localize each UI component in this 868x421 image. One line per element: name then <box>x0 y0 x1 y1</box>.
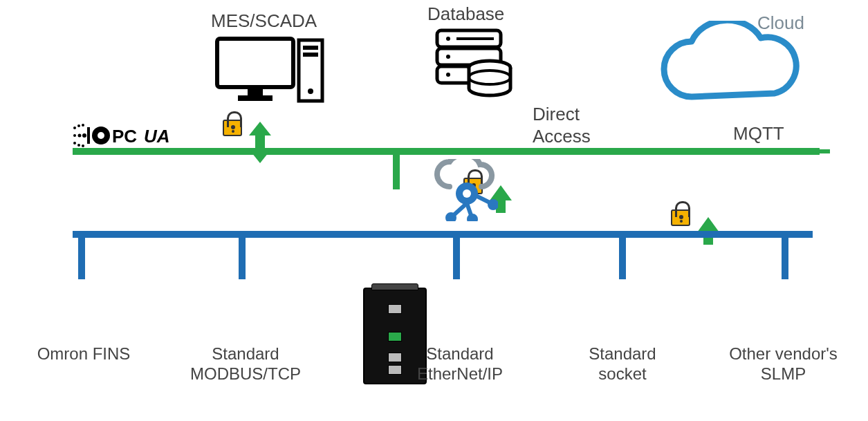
svg-rect-19 <box>303 53 318 57</box>
svg-point-24 <box>446 37 450 41</box>
blue-drop <box>619 238 626 279</box>
svg-line-32 <box>453 203 467 216</box>
lock-icon <box>223 120 242 136</box>
plc1-label: Omron FINS <box>25 344 142 364</box>
direct-access-l2: Access <box>533 126 591 147</box>
svg-point-0 <box>73 127 76 129</box>
svg-point-33 <box>447 214 454 221</box>
svg-point-4 <box>78 134 82 138</box>
svg-point-25 <box>446 55 450 59</box>
svg-rect-15 <box>248 88 263 95</box>
svg-text:UA: UA <box>144 126 170 147</box>
bidirectional-arrow-icon <box>249 122 271 163</box>
iot-icon <box>429 159 498 224</box>
plc4-l2: socket <box>598 364 646 383</box>
svg-point-3 <box>73 134 76 137</box>
plc2-l2: MODBUS/TCP <box>190 364 301 383</box>
plc5-l2: SLMP <box>761 364 806 383</box>
mqtt-label: MQTT <box>733 123 784 144</box>
svg-point-20 <box>308 88 313 94</box>
plc3-l2: EtherNet/IP <box>417 364 503 383</box>
svg-rect-18 <box>303 46 318 50</box>
direct-access-l1: Direct <box>533 104 580 125</box>
svg-point-26 <box>446 73 450 77</box>
svg-text:PC: PC <box>112 126 137 147</box>
blue-drop <box>78 238 85 279</box>
mes-scada-label: MES/SCADA <box>211 10 317 32</box>
up-arrow-icon <box>697 217 719 232</box>
green-drop-to-gateway <box>393 148 400 189</box>
svg-point-2 <box>82 124 84 127</box>
blue-drop <box>239 238 246 279</box>
plc4-l1: Standard <box>589 344 656 363</box>
svg-point-6 <box>73 142 76 144</box>
plc5-l1: Other vendor's <box>729 344 838 363</box>
opc-ua-logo: PC UA <box>69 122 225 149</box>
svg-rect-16 <box>238 95 273 101</box>
svg-point-31 <box>463 189 471 198</box>
plc5-label: Other vendor's SLMP <box>705 344 861 384</box>
svg-rect-9 <box>87 127 90 144</box>
svg-point-8 <box>82 144 84 147</box>
svg-rect-14 <box>217 39 293 87</box>
database-label: Database <box>427 3 504 25</box>
blue-drop <box>782 238 788 279</box>
mes-scada-icon <box>214 36 325 108</box>
svg-point-35 <box>469 216 476 221</box>
plc2-l1: Standard <box>212 344 279 363</box>
svg-point-37 <box>490 201 497 208</box>
svg-point-5 <box>82 133 86 138</box>
plc4-label: Standard socket <box>560 344 685 384</box>
blue-bus <box>73 231 813 238</box>
lock-icon <box>671 209 690 226</box>
svg-point-1 <box>77 124 80 127</box>
plc3-l1: Standard <box>426 344 493 363</box>
cloud-icon <box>650 21 809 113</box>
plc3-label: Standard EtherNet/IP <box>387 344 533 384</box>
svg-point-7 <box>77 144 80 147</box>
plc2-label: Standard MODBUS/TCP <box>173 344 318 384</box>
blue-drop <box>453 238 460 279</box>
top-green-bus-right-thin <box>629 149 830 153</box>
svg-point-11 <box>98 132 104 139</box>
database-icon <box>434 28 517 106</box>
